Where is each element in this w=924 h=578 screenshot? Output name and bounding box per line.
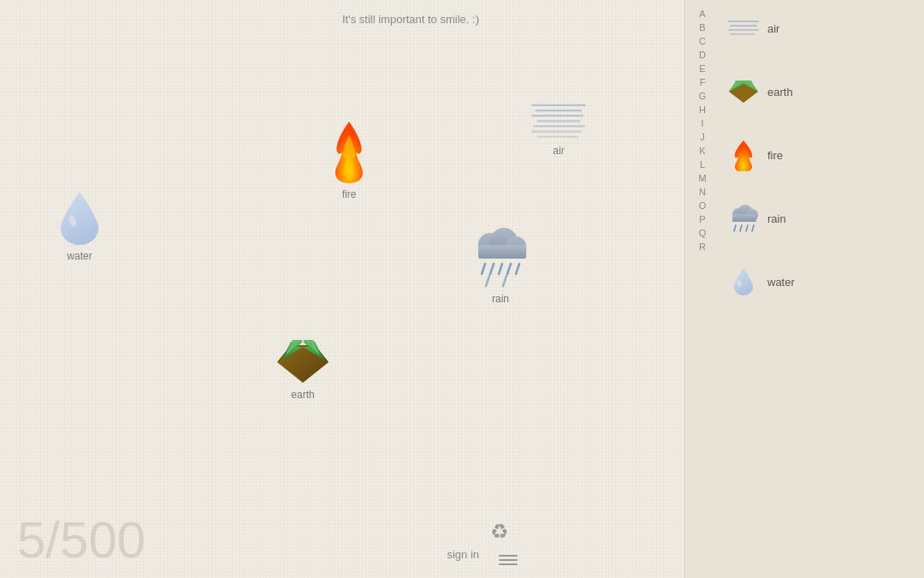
canvas-fire[interactable]: fire (323, 118, 375, 200)
earth-label: earth (291, 389, 314, 401)
menu-button[interactable] (499, 555, 518, 565)
alpha-R[interactable]: R (699, 240, 706, 253)
alpha-I[interactable]: I (701, 116, 703, 130)
alpha-J[interactable]: J (700, 130, 705, 144)
sidebar-air-icon (726, 11, 761, 45)
fire-label: fire (342, 188, 357, 200)
sidebar-item-B (720, 48, 924, 72)
sidebar-earth-icon (726, 74, 761, 109)
sign-in-button[interactable]: sign in (447, 548, 479, 561)
sidebar-water-label: water (767, 276, 795, 289)
sidebar-item-air[interactable]: air (720, 9, 924, 48)
sidebar-item-N (720, 397, 924, 421)
water-icon (56, 188, 104, 247)
sidebar-item-fire[interactable]: fire (720, 135, 924, 175)
alpha-M[interactable]: M (698, 171, 706, 185)
svg-line-17 (486, 276, 489, 286)
alpha-D[interactable]: D (699, 48, 706, 62)
svg-line-15 (507, 264, 511, 274)
canvas-rain[interactable]: rain (466, 221, 535, 305)
sidebar-item-Q (720, 469, 924, 493)
svg-line-35 (734, 225, 736, 231)
svg-line-13 (490, 264, 494, 274)
element-list: air earth (720, 0, 924, 578)
fire-icon (323, 118, 375, 185)
sidebar-item-R (720, 493, 924, 517)
svg-rect-11 (478, 245, 526, 259)
alpha-Q[interactable]: Q (699, 226, 707, 240)
sidebar-item-earth[interactable]: earth (720, 72, 924, 111)
alpha-O[interactable]: O (699, 199, 707, 212)
menu-line-2 (499, 559, 518, 561)
sidebar-item-M (720, 373, 924, 397)
rain-label: rain (492, 293, 509, 305)
alpha-B[interactable]: B (699, 21, 705, 34)
alpha-F[interactable]: F (700, 75, 706, 89)
svg-line-38 (752, 225, 754, 231)
sidebar-earth-label: earth (767, 86, 793, 98)
sidebar-item-J (720, 301, 924, 325)
air-label: air (553, 145, 564, 157)
svg-marker-19 (277, 345, 329, 383)
sidebar-item-L (720, 349, 924, 373)
svg-line-36 (740, 225, 742, 231)
air-icon (529, 98, 589, 141)
canvas-earth[interactable]: earth (274, 338, 332, 401)
sidebar-item-K (720, 325, 924, 349)
alpha-C[interactable]: C (699, 34, 706, 48)
svg-rect-34 (732, 214, 756, 222)
counter: 5/500 (17, 510, 145, 569)
canvas-water[interactable]: water (56, 188, 104, 262)
sidebar-item-rain[interactable]: rain (720, 199, 924, 238)
alpha-N[interactable]: N (699, 185, 706, 199)
sidebar-item-P (720, 445, 924, 469)
canvas-air[interactable]: air (529, 98, 589, 157)
alpha-L[interactable]: L (700, 158, 705, 171)
sidebar-rain-icon (726, 201, 761, 235)
recycle-button[interactable]: ♻ (490, 520, 509, 544)
svg-line-18 (503, 276, 506, 286)
menu-line-3 (499, 563, 518, 565)
sidebar-water-icon (726, 265, 761, 299)
sidebar-fire-label: fire (767, 149, 783, 162)
alpha-E[interactable]: E (699, 62, 705, 75)
main-canvas: It's still important to smile. :) water (0, 0, 684, 578)
alpha-H[interactable]: H (699, 103, 706, 116)
sidebar-rain-label: rain (767, 212, 786, 225)
sidebar-item-H (720, 238, 924, 262)
sidebar-item-F (720, 175, 924, 199)
svg-line-14 (499, 264, 502, 274)
menu-line-1 (499, 555, 518, 557)
alphabet-list: A B C D E F G H I J K L M N O P Q R (685, 0, 720, 578)
earth-icon (274, 338, 332, 385)
sidebar-item-water[interactable]: water (720, 262, 924, 301)
svg-line-16 (516, 264, 519, 274)
alpha-G[interactable]: G (699, 89, 707, 103)
water-label: water (67, 250, 92, 262)
sidebar-fire-icon (726, 138, 761, 172)
top-message: It's still important to smile. :) (342, 13, 479, 26)
svg-line-37 (746, 225, 748, 231)
alpha-K[interactable]: K (699, 144, 705, 158)
rain-icon (466, 221, 535, 289)
sidebar-item-D (720, 111, 924, 135)
svg-line-12 (482, 264, 485, 274)
sidebar: A B C D E F G H I J K L M N O P Q R (684, 0, 924, 578)
sidebar-item-O (720, 421, 924, 445)
alpha-A[interactable]: A (699, 7, 705, 21)
sidebar-air-label: air (767, 22, 779, 35)
alpha-P[interactable]: P (699, 212, 705, 226)
